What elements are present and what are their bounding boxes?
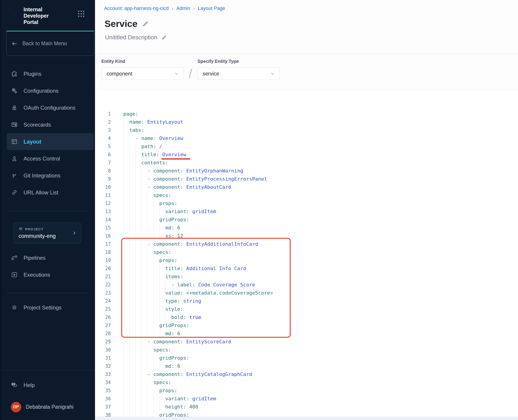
code-line[interactable]: 27gridProps:	[95, 322, 518, 330]
code-line[interactable]: 35props:	[95, 387, 518, 395]
user-menu[interactable]: DP Debabrata Panigrahi	[7, 398, 95, 415]
code-line[interactable]: 12props:	[95, 199, 518, 208]
git-branch-icon	[11, 172, 18, 179]
code-line[interactable]: 24type: string	[95, 297, 518, 305]
code-content: variant: gridItem	[123, 395, 216, 403]
sidebar-item-label: Access Control	[23, 156, 60, 162]
sidebar-item-scorecards[interactable]: Scorecards	[7, 116, 94, 133]
code-content: contents:	[123, 159, 168, 167]
back-to-main-menu-button[interactable]: Back to Main Menu	[6, 31, 94, 56]
code-line[interactable]: 14gridProps:	[95, 216, 518, 224]
indent-guides	[123, 305, 165, 313]
code-token: props:	[159, 257, 177, 263]
indent-guides	[123, 232, 165, 240]
edit-description-pencil-icon[interactable]	[161, 34, 167, 40]
sidebar-item-oauth-configurations[interactable]: OAuth Configurations	[7, 99, 94, 116]
code-line[interactable]: 10- component: EntityAboutCard	[95, 183, 518, 191]
code-line[interactable]: 15md: 6	[95, 224, 518, 232]
code-line[interactable]: 4- name: Overview	[95, 134, 518, 142]
edit-title-pencil-icon[interactable]	[142, 20, 149, 27]
code-line[interactable]: 21items:	[95, 273, 518, 281]
code-line[interactable]: 25style:	[95, 305, 518, 313]
settings-nav: Project Settings	[0, 299, 95, 316]
sidebar-item-layout[interactable]: Layout	[7, 133, 94, 150]
sidebar-item-plugins[interactable]: Plugins	[7, 65, 94, 82]
sidebar-item-configurations[interactable]: Configurations	[7, 82, 94, 99]
code-token: EntityLayout	[147, 119, 183, 125]
code-line[interactable]: 16xs: 12	[95, 232, 518, 240]
code-line[interactable]: 6title: Overview	[95, 150, 518, 159]
code-line[interactable]: 18specs:	[95, 248, 518, 256]
code-token: path:	[141, 143, 159, 149]
line-number: 8	[95, 167, 111, 175]
code-line[interactable]: 7contents:	[95, 159, 518, 167]
code-token: bold:	[171, 315, 189, 320]
code-line[interactable]: 37height: 400	[95, 403, 518, 411]
code-content: style:	[123, 305, 183, 313]
entity-type-select[interactable]: service	[198, 68, 280, 80]
code-line[interactable]: 20title: Additional Info Card	[95, 264, 518, 273]
code-content: items:	[123, 273, 183, 281]
entity-type-value: service	[203, 71, 270, 77]
indent-guides	[123, 191, 153, 199]
breadcrumb-item[interactable]: Account: app-harness-ng-cicd	[104, 6, 169, 11]
breadcrumb-separator-icon: ›	[172, 6, 174, 11]
chevron-down-icon	[270, 71, 275, 76]
sidebar-item-access-control[interactable]: Access Control	[7, 150, 94, 167]
indent-guides	[123, 216, 159, 224]
code-line[interactable]: 28md: 6	[95, 330, 518, 338]
code-token: specs:	[153, 380, 171, 385]
sidebar-item-help[interactable]: Help	[7, 377, 94, 394]
code-line[interactable]: 30specs:	[95, 346, 518, 354]
code-line[interactable]: 33- component: EntityCatalogGraphCard	[95, 370, 518, 378]
sidebar-item-executions[interactable]: Executions	[7, 266, 94, 283]
code-token: EntityScoreCard	[186, 339, 231, 345]
code-token: specs:	[153, 347, 171, 353]
brand-header: Internal Developer Portal	[0, 0, 95, 25]
code-line[interactable]: 32md: 6	[95, 362, 518, 370]
code-token: 6	[177, 363, 180, 369]
layout-icon	[11, 138, 18, 145]
code-line[interactable]: 8- component: EntityOrphanWarning	[95, 167, 518, 175]
code-content: props:	[123, 387, 177, 395]
code-line[interactable]: 34specs:	[95, 378, 518, 387]
sidebar-item-git-integrations[interactable]: Git Integrations	[7, 167, 94, 184]
yaml-editor[interactable]: 1page:2name: EntityLayout3tabs:4- name: …	[95, 90, 518, 420]
indent-guides	[123, 370, 147, 378]
sidebar-item-pipelines[interactable]: Pipelines	[7, 249, 94, 266]
code-token: - component:	[147, 371, 186, 377]
code-line[interactable]: 36variant: gridItem	[95, 395, 518, 403]
code-line[interactable]: 23value: <+metadata.codeCoverageScore>	[95, 289, 518, 297]
app-grid-menu-icon[interactable]	[77, 9, 85, 18]
sidebar-item-project-settings[interactable]: Project Settings	[7, 299, 94, 316]
code-line[interactable]: 5path: /	[95, 142, 518, 150]
code-line[interactable]: 29- component: EntityScoreCard	[95, 338, 518, 346]
code-content: value: <+metadata.codeCoverageScore>	[123, 289, 273, 297]
entity-kind-select[interactable]: component	[101, 68, 183, 80]
code-line[interactable]: 11specs:	[95, 191, 518, 199]
code-line[interactable]: 1page:	[95, 110, 518, 118]
code-line[interactable]: 13variant: gridItem	[95, 208, 518, 216]
code-content: title: Overview	[123, 150, 186, 159]
project-selector-card[interactable]: PROJECT community-eng	[13, 223, 81, 243]
code-line[interactable]: 19props:	[95, 256, 518, 264]
code-line[interactable]: 22- label: Code Coverage Score	[95, 281, 518, 289]
sidebar-item-label: Configurations	[23, 88, 59, 94]
breadcrumb-item[interactable]: Layout Page	[198, 6, 225, 11]
code-content: page:	[123, 110, 138, 118]
code-line[interactable]: 2name: EntityLayout	[95, 118, 518, 126]
code-token: - component:	[147, 241, 186, 247]
code-token: true	[189, 315, 201, 320]
breadcrumb-item[interactable]: Admin	[176, 6, 190, 11]
code-token: md:	[165, 225, 177, 231]
code-line[interactable]: 31gridProps:	[95, 354, 518, 362]
code-line[interactable]: 3tabs:	[95, 126, 518, 134]
code-line[interactable]: 17- component: EntityAdditionalInfoCard	[95, 240, 518, 248]
sidebar-item-url-allow-list[interactable]: URL Allow List	[7, 184, 94, 201]
entity-kind-value: component	[107, 71, 174, 77]
code-line[interactable]: 9- component: EntityProcessingErrorsPane…	[95, 175, 518, 183]
line-number: 31	[95, 354, 111, 362]
indent-guides	[123, 208, 165, 216]
indent-guides	[123, 378, 153, 387]
code-line[interactable]: 26bold: true	[95, 313, 518, 322]
